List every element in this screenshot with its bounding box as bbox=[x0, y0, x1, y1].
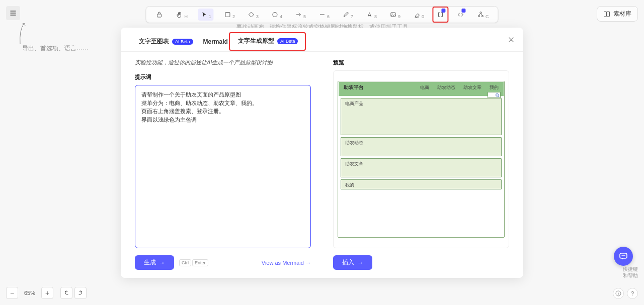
mock-section: 助农动态 bbox=[341, 137, 502, 156]
insert-label: 插入 bbox=[342, 258, 354, 267]
svg-point-4 bbox=[391, 14, 392, 15]
mock-nav-item: 我的 bbox=[490, 84, 499, 91]
diamond-icon bbox=[247, 11, 255, 19]
mock-nav-item: 助农动态 bbox=[437, 84, 455, 91]
library-icon bbox=[603, 11, 610, 18]
lock-tool[interactable] bbox=[153, 9, 165, 21]
menu-button[interactable] bbox=[6, 6, 20, 20]
pointer-tool[interactable]: 1 bbox=[198, 9, 213, 21]
svg-rect-8 bbox=[604, 12, 607, 17]
eraser-icon bbox=[413, 11, 421, 19]
svg-rect-14 bbox=[618, 293, 619, 295]
svg-point-10 bbox=[496, 94, 499, 96]
arrow-right-icon: → bbox=[357, 259, 363, 266]
svg-rect-9 bbox=[607, 12, 610, 17]
zoom-value[interactable]: 65% bbox=[20, 290, 39, 296]
eraser-tool[interactable]: 0 bbox=[411, 9, 426, 21]
tab-Mermaid[interactable]: Mermaid bbox=[203, 37, 228, 51]
svg-point-7 bbox=[481, 16, 483, 17]
code-tool[interactable] bbox=[454, 9, 466, 21]
arrow-right-icon: → bbox=[159, 259, 165, 266]
ai-modal: 文字至图表AI BetaMermaid文字生成原型AI Beta 实验性功能，通… bbox=[121, 28, 523, 278]
help-buttons: ? bbox=[613, 288, 638, 299]
info-button[interactable] bbox=[613, 288, 624, 299]
mock-section: 电商产品 bbox=[341, 98, 502, 135]
pencil-icon bbox=[342, 11, 350, 19]
svg-rect-1 bbox=[225, 13, 229, 17]
prompt-input[interactable] bbox=[135, 85, 311, 248]
material-library-label: 素材库 bbox=[613, 10, 631, 18]
arrow-icon bbox=[294, 11, 302, 19]
toolbar: H1234567890C bbox=[145, 6, 498, 23]
text-tool[interactable]: 8 bbox=[363, 9, 379, 21]
keyboard-hint: CtrlEnter bbox=[179, 259, 208, 266]
insert-button[interactable]: 插入 → bbox=[333, 255, 372, 270]
preview-label: 预览 bbox=[333, 59, 509, 66]
hand-tool[interactable]: H bbox=[173, 9, 190, 21]
text-icon bbox=[365, 11, 373, 19]
help-button[interactable]: ? bbox=[627, 288, 638, 299]
ai-brackets-icon bbox=[436, 11, 444, 19]
pencil-tool[interactable]: 7 bbox=[340, 9, 355, 21]
svg-point-5 bbox=[480, 12, 481, 14]
zoom-controls: − 65% + bbox=[6, 287, 87, 299]
mock-nav-item: 电商 bbox=[420, 84, 429, 91]
lock-icon bbox=[155, 11, 163, 19]
mock-nav-item: 助农文章 bbox=[463, 84, 481, 91]
help-label: 快捷键 和帮助 bbox=[623, 266, 638, 279]
mock-search-icon bbox=[488, 92, 501, 98]
square-icon bbox=[223, 11, 231, 19]
code-icon bbox=[456, 11, 464, 19]
svg-rect-0 bbox=[157, 14, 161, 17]
ai-brackets-tool[interactable] bbox=[434, 9, 446, 21]
mock-section: 我的 bbox=[341, 179, 502, 189]
material-library-button[interactable]: 素材库 bbox=[597, 6, 638, 22]
feature-description: 实验性功能，通过你的描述让AI生成一个产品原型设计图 bbox=[135, 59, 311, 66]
prompt-column: 实验性功能，通过你的描述让AI生成一个产品原型设计图 提示词 生成 → Ctrl… bbox=[135, 59, 311, 270]
mock-title: 助农平台 bbox=[344, 84, 364, 91]
svg-point-2 bbox=[272, 13, 277, 17]
redo-button[interactable] bbox=[74, 287, 87, 299]
pointer-icon bbox=[200, 11, 208, 19]
ai-beta-badge: AI Beta bbox=[277, 38, 298, 44]
tab-文字生成原型[interactable]: 文字生成原型AI Beta bbox=[238, 37, 298, 51]
graph-icon bbox=[476, 11, 485, 19]
mock-prototype: 助农平台 电商助农动态助农文章我的 电商产品 助农动态 助农文章 我的 bbox=[338, 81, 505, 238]
mock-header: 助农平台 电商助农动态助农文章我的 bbox=[339, 82, 504, 96]
mock-section: 助农文章 bbox=[341, 158, 502, 177]
undo-button[interactable] bbox=[60, 287, 72, 299]
image-tool[interactable]: 9 bbox=[387, 9, 403, 21]
generate-label: 生成 bbox=[144, 258, 156, 267]
generate-button[interactable]: 生成 → bbox=[135, 255, 174, 270]
chat-fab[interactable] bbox=[614, 247, 633, 266]
chat-icon bbox=[619, 252, 628, 261]
ai-beta-badge: AI Beta bbox=[172, 39, 193, 45]
preview-area: 助农平台 电商助农动态助农文章我的 电商产品 助农动态 助农文章 我的 bbox=[333, 70, 509, 248]
line-icon bbox=[318, 11, 326, 19]
arrow-tool[interactable]: 5 bbox=[292, 9, 308, 21]
mock-nav: 电商助农动态助农文章我的 bbox=[420, 84, 499, 91]
prompt-label: 提示词 bbox=[135, 73, 311, 81]
line-tool[interactable]: 6 bbox=[316, 9, 332, 21]
square-tool[interactable]: 2 bbox=[221, 9, 237, 21]
modal-tabs: 文字至图表AI BetaMermaid文字生成原型AI Beta bbox=[121, 28, 523, 52]
svg-point-13 bbox=[618, 292, 618, 292]
preview-column: 预览 助农平台 电商助农动态助农文章我的 电商产品 助农动态 助农文章 我的 bbox=[333, 59, 509, 270]
circle-icon bbox=[271, 11, 279, 19]
zoom-in-button[interactable]: + bbox=[41, 287, 53, 299]
image-icon bbox=[389, 11, 397, 19]
view-as-mermaid-link[interactable]: View as Mermaid → bbox=[262, 260, 311, 266]
svg-point-6 bbox=[478, 16, 479, 17]
hand-icon bbox=[175, 11, 183, 19]
circle-tool[interactable]: 4 bbox=[269, 9, 284, 21]
graph-tool[interactable]: C bbox=[474, 9, 491, 21]
tooltip-arrow bbox=[15, 20, 35, 45]
diamond-tool[interactable]: 3 bbox=[245, 9, 261, 21]
tab-文字至图表[interactable]: 文字至图表AI Beta bbox=[139, 37, 193, 51]
close-button[interactable] bbox=[505, 34, 517, 46]
menu-tooltip: 导出、首选项、语言…… bbox=[22, 44, 89, 53]
zoom-out-button[interactable]: − bbox=[6, 287, 18, 299]
